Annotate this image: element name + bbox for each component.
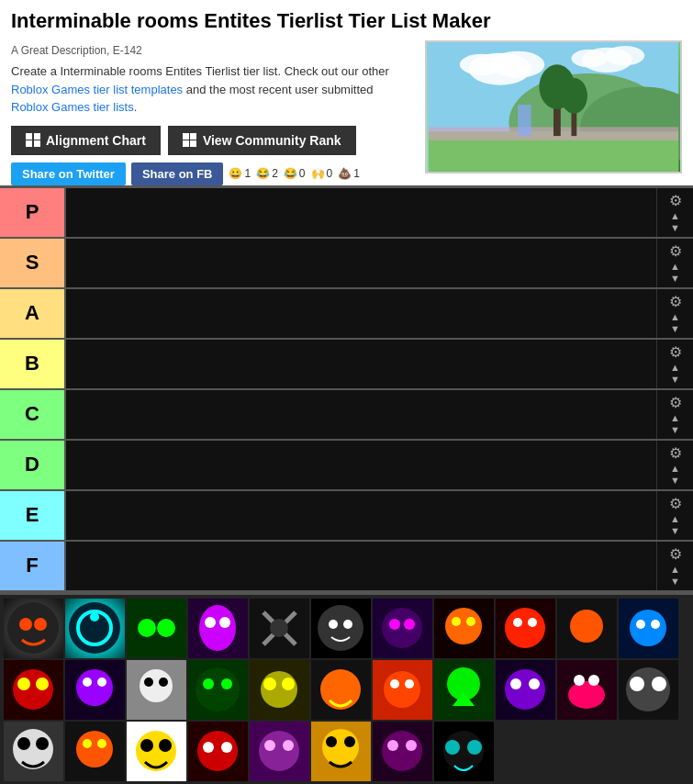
entity-item-23[interactable]	[4, 722, 63, 781]
svg-point-42	[466, 617, 475, 626]
arrow-up-a[interactable]: ▲	[670, 312, 680, 322]
svg-point-70	[261, 671, 297, 708]
svg-point-91	[630, 677, 644, 691]
arrow-up-e[interactable]: ▲	[670, 514, 680, 524]
svg-point-38	[404, 619, 415, 630]
svg-point-3	[460, 54, 505, 75]
entity-item-24[interactable]	[65, 722, 125, 781]
entity-item-21[interactable]	[557, 660, 617, 720]
entity-item-30[interactable]	[434, 722, 494, 781]
community-rank-button[interactable]: View Community Rank	[168, 126, 356, 155]
entity-item-12[interactable]	[4, 660, 63, 720]
button-row: Alignment Chart View Community Rank	[11, 126, 416, 155]
svg-point-94	[13, 729, 53, 769]
gear-icon-s[interactable]: ⚙	[669, 242, 682, 260]
arrow-down-f[interactable]: ▼	[670, 577, 680, 587]
gear-icon-d[interactable]: ⚙	[669, 444, 682, 462]
entity-item-11[interactable]	[619, 599, 678, 658]
gear-icon-c[interactable]: ⚙	[669, 394, 682, 411]
share-fb-button[interactable]: Share on FB	[131, 162, 224, 185]
gear-icon-f[interactable]: ⚙	[669, 545, 682, 563]
entity-item-17[interactable]	[311, 660, 371, 720]
arrow-down-p[interactable]: ▼	[670, 223, 680, 233]
arrow-up-f[interactable]: ▲	[670, 565, 680, 575]
svg-point-102	[136, 731, 176, 771]
gear-icon-b[interactable]: ⚙	[669, 343, 682, 361]
arrow-down-d[interactable]: ▼	[670, 476, 680, 486]
svg-point-30	[270, 619, 288, 637]
arrow-up-c[interactable]: ▲	[670, 413, 680, 423]
gear-icon-a[interactable]: ⚙	[669, 293, 682, 310]
arrow-down-e[interactable]: ▼	[670, 526, 680, 536]
svg-point-103	[140, 739, 153, 752]
entity-item-22[interactable]	[619, 660, 678, 720]
arrow-up-p[interactable]: ▲	[670, 211, 680, 221]
arrow-down-a[interactable]: ▼	[670, 324, 680, 334]
entity-item-18[interactable]	[373, 660, 432, 720]
tier-controls-d: ⚙ ▲ ▼	[656, 441, 693, 489]
description: Create a Interminable rooms Entites Tier…	[11, 62, 406, 117]
entity-item-7[interactable]	[373, 599, 432, 658]
entity-item-2[interactable]	[65, 599, 125, 658]
tier-content-s[interactable]	[64, 239, 656, 287]
tier-content-c[interactable]	[64, 390, 656, 439]
link-roblox-templates[interactable]: Roblox Games tier list templates	[11, 83, 183, 96]
entity-item-14[interactable]	[127, 660, 186, 720]
reaction-count-4: 0	[327, 167, 333, 180]
entity-item-13[interactable]	[65, 660, 125, 720]
subtitle: A Great Description, E-142	[11, 44, 416, 57]
svg-point-71	[263, 678, 276, 690]
entity-item-4[interactable]	[188, 599, 248, 658]
svg-point-106	[197, 731, 238, 771]
entity-item-19[interactable]	[434, 660, 494, 720]
entity-item-28[interactable]	[311, 722, 371, 781]
tier-content-a[interactable]	[64, 289, 656, 338]
reaction-count-5: 1	[353, 167, 360, 180]
tier-content-p[interactable]	[64, 188, 656, 237]
entity-item-15[interactable]	[188, 660, 248, 720]
entity-item-5[interactable]	[250, 599, 309, 658]
svg-point-88	[588, 675, 599, 686]
arrow-down-b[interactable]: ▼	[670, 375, 680, 385]
svg-point-54	[13, 669, 53, 710]
svg-point-76	[384, 671, 420, 708]
svg-point-95	[17, 737, 30, 750]
tier-content-d[interactable]	[64, 441, 656, 489]
svg-point-124	[467, 740, 482, 755]
gear-icon-e[interactable]: ⚙	[669, 495, 682, 512]
image-pool	[0, 592, 693, 784]
entity-item-6[interactable]	[311, 599, 371, 658]
entity-item-8[interactable]	[434, 599, 494, 658]
grid-icon-community	[183, 133, 197, 148]
arrow-up-s[interactable]: ▲	[670, 262, 680, 272]
emoji-happy: 😀	[229, 167, 242, 180]
desc-suffix: .	[134, 100, 138, 114]
share-twitter-button[interactable]: Share on Twitter	[11, 162, 126, 185]
tier-content-b[interactable]	[64, 340, 656, 388]
arrow-down-s[interactable]: ▼	[670, 274, 680, 284]
emoji-cry: 😂	[284, 167, 297, 180]
link-roblox-lists[interactable]: Roblox Games tier lists	[11, 100, 134, 114]
entity-item-16[interactable]	[250, 660, 309, 720]
reaction-happy: 😀1	[229, 167, 251, 180]
svg-point-60	[97, 678, 106, 687]
arrow-down-c[interactable]: ▼	[670, 425, 680, 435]
entity-item-26[interactable]	[188, 722, 248, 781]
entity-item-9[interactable]	[496, 599, 555, 658]
arrow-up-d[interactable]: ▲	[670, 464, 680, 474]
entity-item-3[interactable]	[127, 599, 186, 658]
emoji-lol: 😂	[256, 167, 270, 180]
alignment-chart-button[interactable]: Alignment Chart	[11, 126, 161, 155]
entity-item-25[interactable]	[127, 722, 186, 781]
svg-point-18	[34, 618, 47, 631]
arrow-up-b[interactable]: ▲	[670, 363, 680, 373]
tier-content-f[interactable]	[64, 542, 656, 590]
entity-item-27[interactable]	[250, 722, 309, 781]
entity-item-20[interactable]	[496, 660, 555, 720]
gear-icon-p[interactable]: ⚙	[669, 192, 682, 209]
entity-item-1[interactable]	[4, 599, 63, 658]
svg-point-112	[283, 740, 294, 751]
tier-content-e[interactable]	[64, 491, 656, 540]
entity-item-29[interactable]	[373, 722, 432, 781]
entity-item-10[interactable]	[557, 599, 617, 658]
